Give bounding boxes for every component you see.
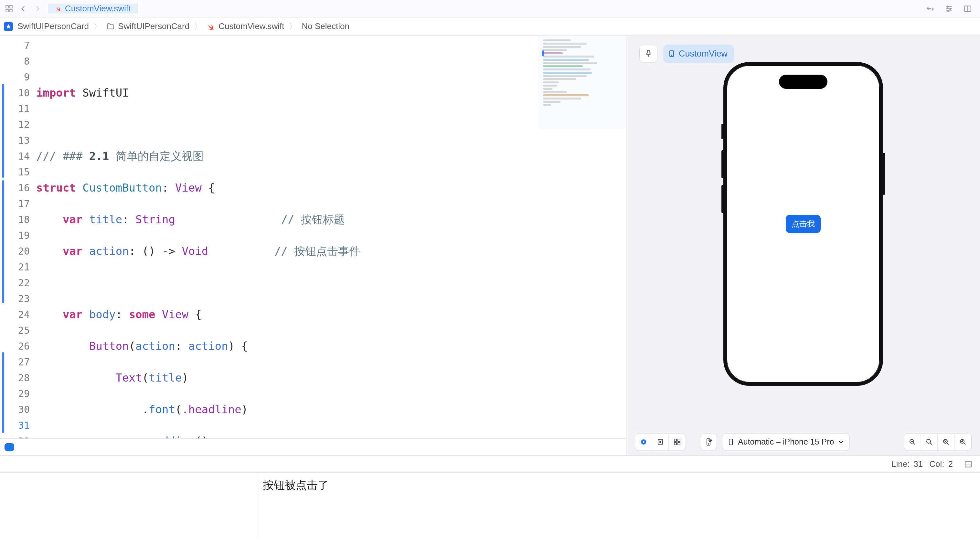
add-editor-icon[interactable] (962, 3, 974, 14)
related-items-icon[interactable] (3, 3, 15, 14)
assistant-swap-icon[interactable] (924, 3, 936, 14)
swift-file-icon (207, 22, 215, 31)
svg-line-36 (947, 443, 949, 444)
breadcrumb-group[interactable]: SwiftUIPersonCard (105, 21, 191, 31)
svg-rect-41 (965, 461, 972, 467)
nav-forward-icon[interactable] (32, 3, 43, 14)
chevron-icon: 〉 (91, 21, 104, 32)
tab-filename: CustomView.swift (65, 3, 130, 14)
editor-filter-bar (0, 438, 626, 455)
svg-line-33 (930, 443, 932, 444)
device-picker[interactable]: Automatic – iPhone 15 Pro (722, 433, 850, 450)
debug-console: 按钮被点击了 (0, 472, 980, 540)
svg-rect-24 (678, 443, 680, 445)
svg-rect-2 (6, 10, 8, 12)
minimap[interactable] (539, 35, 626, 129)
chevron-down-icon (837, 438, 845, 446)
svg-text:1: 1 (928, 440, 929, 443)
console-output[interactable]: 按钮被点击了 (257, 473, 980, 540)
breadcrumb-project[interactable]: SwiftUIPersonCard (16, 21, 90, 31)
device-settings-button[interactable] (700, 433, 717, 450)
folder-icon (107, 22, 115, 31)
toggle-debug-area-icon[interactable] (963, 459, 974, 470)
svg-point-9 (947, 6, 948, 7)
dynamic-island (779, 75, 827, 89)
filter-indicator[interactable] (5, 443, 14, 451)
swift-file-icon (55, 5, 62, 12)
svg-rect-3 (10, 10, 12, 12)
preview-app-button[interactable]: 点击我 (786, 215, 821, 233)
selectable-preview-button[interactable] (652, 434, 669, 450)
zoom-in-button[interactable] (955, 434, 971, 450)
zoom-out-button[interactable] (904, 434, 921, 450)
pin-preview-button[interactable] (640, 44, 657, 63)
svg-rect-28 (729, 439, 732, 445)
chevron-icon: 〉 (192, 21, 204, 32)
svg-rect-21 (674, 439, 676, 441)
editor-options-icon[interactable] (943, 3, 955, 14)
svg-rect-1 (10, 5, 12, 8)
status-col-label: Col: (929, 459, 944, 469)
variants-preview-button[interactable] (669, 434, 686, 450)
code-area[interactable]: import SwiftUI /// ### 2.1 简单的自定义视图 stru… (36, 35, 626, 438)
chevron-icon: 〉 (287, 21, 299, 32)
status-col-value: 2 (948, 459, 953, 469)
svg-point-26 (708, 444, 709, 444)
variables-view[interactable] (0, 473, 257, 540)
svg-rect-22 (678, 439, 680, 441)
svg-rect-0 (6, 5, 8, 8)
zoom-group: 1 (904, 433, 972, 450)
preview-mode-group (635, 433, 686, 450)
breadcrumb-file[interactable]: CustomView.swift (205, 21, 285, 31)
jump-bar: SwiftUIPersonCard 〉 SwiftUIPersonCard 〉 … (0, 17, 980, 35)
svg-line-38 (964, 443, 966, 444)
svg-point-10 (950, 8, 951, 9)
svg-line-30 (913, 443, 915, 444)
status-line-label: Line: (891, 459, 910, 469)
line-number-gutter: 7891011121314151617181920212223242526272… (0, 35, 36, 438)
preview-name: CustomView (679, 49, 727, 59)
svg-point-20 (660, 441, 661, 443)
status-line-value: 31 (913, 459, 923, 469)
preview-toolbar: Automatic – iPhone 15 Pro 1 (627, 428, 980, 455)
svg-point-11 (948, 10, 949, 11)
tab-bar: CustomView.swift (0, 0, 980, 17)
preview-selector[interactable]: CustomView (663, 44, 734, 63)
status-bar: Line: 31 Col: 2 (0, 456, 980, 472)
code-editor[interactable]: 7891011121314151617181920212223242526272… (0, 35, 627, 455)
zoom-fit-button[interactable]: 1 (921, 434, 938, 450)
live-preview-button[interactable] (635, 434, 652, 450)
svg-rect-23 (674, 443, 676, 445)
zoom-actual-button[interactable] (938, 434, 955, 450)
preview-panel: CustomView 点击我 (627, 35, 980, 455)
breadcrumb-selection[interactable]: No Selection (300, 21, 350, 31)
nav-back-icon[interactable] (18, 3, 29, 14)
editor-tab-active[interactable]: CustomView.swift (48, 3, 138, 14)
project-icon (4, 22, 13, 31)
device-preview: 点击我 (723, 62, 883, 386)
